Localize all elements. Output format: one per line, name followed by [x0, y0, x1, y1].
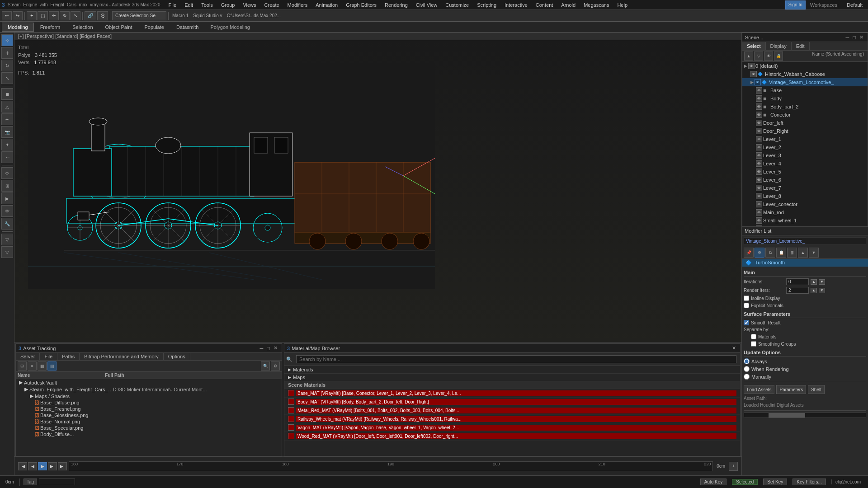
menu-group[interactable]: Group: [217, 1, 239, 9]
mat-row[interactable]: Railway_Wheels_mat (VRayMtl) [Railway_Wh…: [284, 415, 740, 423]
mat-row[interactable]: Wood_Red_MAT (VRayMtl) [Door_left, Door_…: [284, 432, 740, 441]
tl-start-btn[interactable]: |◀: [18, 462, 27, 470]
timeline-track[interactable]: 160 170 180 190 200 210 220: [69, 461, 713, 471]
mod-paste-btn[interactable]: 📋: [776, 248, 786, 258]
tag-input[interactable]: [39, 479, 75, 485]
menu-content[interactable]: Content: [532, 1, 557, 9]
tree-item[interactable]: 👁 🔷 Historic_Wabash_Caboose: [742, 70, 868, 78]
tree-item[interactable]: 👁 Lever_4: [742, 160, 868, 168]
tree-item[interactable]: 👁 ◼ Body_part_2: [742, 103, 868, 111]
tree-item[interactable]: 👁 Small_wheel_1: [742, 216, 868, 225]
asset-settings-btn[interactable]: ⚙: [271, 361, 280, 371]
smoothing-groups-checkbox[interactable]: [751, 341, 756, 347]
load-assets-btn[interactable]: Load Assets: [744, 385, 774, 394]
asset-row[interactable]: 🖼 Base_Fresnel.png: [16, 406, 282, 412]
asset-row[interactable]: 🖼 Body_Diffuse...: [16, 431, 282, 437]
unlink-btn[interactable]: ⛓: [97, 11, 108, 20]
asset-row[interactable]: 🖼 Base_Specular.png: [16, 425, 282, 431]
asset-row[interactable]: ▶ Steam_Engine_with_Freight_Cars_max_vra…: [16, 386, 282, 393]
asset-row[interactable]: ▶ Maps / Shaders: [16, 393, 282, 399]
asset-tab-options[interactable]: Options: [164, 353, 190, 360]
menu-arnold[interactable]: Arnold: [557, 1, 579, 9]
iterations-up[interactable]: ▲: [811, 279, 817, 285]
tree-item[interactable]: 👁 Lever_6: [742, 176, 868, 184]
tree-item[interactable]: 👁 Lever_1: [742, 135, 868, 143]
redo-btn[interactable]: ↪: [13, 11, 23, 20]
material-list[interactable]: Base_MAT (VRayMtl) [Base, Conector, Leve…: [284, 389, 740, 448]
mod-configure-btn[interactable]: ⚙: [755, 248, 764, 258]
asset-row[interactable]: 🖼 Base_Glossiness.png: [16, 412, 282, 418]
asset-min-btn[interactable]: ─: [259, 345, 265, 351]
tag-label[interactable]: Tag: [24, 479, 37, 485]
isoline-checkbox[interactable]: [744, 296, 749, 301]
shapes-icon-btn[interactable]: △: [1, 101, 13, 113]
scene-filter-icon[interactable]: ▽: [754, 52, 763, 61]
asset-row[interactable]: ▶ Autodesk Vault: [16, 379, 282, 386]
undo-btn[interactable]: ↩: [2, 11, 12, 20]
sign-in-button[interactable]: Sign In: [785, 0, 806, 9]
key-filters-btn[interactable]: Key Filters...: [793, 479, 826, 485]
material-close-btn[interactable]: ✕: [731, 345, 737, 351]
tree-item[interactable]: 👁 ◼ Body: [742, 94, 868, 103]
motion-icon-btn[interactable]: ▶: [1, 192, 13, 204]
materials-checkbox[interactable]: [751, 334, 756, 339]
mod-move-down-btn[interactable]: ▼: [809, 248, 819, 258]
cameras-icon-btn[interactable]: 📷: [1, 126, 13, 138]
mat-row[interactable]: Metal_Red_MAT (VRayMtl) [Bolts_001, Bolt…: [284, 406, 740, 415]
filter-icon-btn[interactable]: ▽: [1, 234, 13, 245]
tree-item[interactable]: 👁 ◼ Conector: [742, 111, 868, 119]
menu-interactive[interactable]: Interactive: [501, 1, 531, 9]
scene-close-btn[interactable]: ✕: [858, 34, 865, 40]
parameters-btn[interactable]: Parameters: [776, 385, 806, 394]
mod-move-up-btn[interactable]: ▲: [798, 248, 808, 258]
when-rendering-radio[interactable]: [744, 366, 750, 372]
menu-civil-view[interactable]: Civil View: [412, 1, 441, 9]
scene-tree[interactable]: ▶ 👁 0 (default) 👁 🔷 Historic_Wabash_Cabo…: [742, 62, 868, 227]
modify-icon-btn[interactable]: ⚙: [1, 167, 13, 179]
select-btn[interactable]: ✦: [27, 11, 37, 20]
asset-row[interactable]: 🖼 Base_Diffuse.png: [16, 399, 282, 406]
scene-eye-icon[interactable]: 👁: [764, 52, 773, 61]
tree-item[interactable]: 👁 Lever_8: [742, 192, 868, 200]
tree-item[interactable]: 👁 Lever_3: [742, 151, 868, 160]
add-key-btn[interactable]: +: [729, 462, 738, 471]
asset-tab-file[interactable]: File: [40, 353, 57, 360]
tree-item[interactable]: 👁 Lever_2: [742, 143, 868, 151]
mat-row[interactable]: Vagon_MAT (VRayMtl) [Vagon, Vagon_base, …: [284, 423, 740, 432]
geometry-icon-btn[interactable]: ◼: [1, 88, 13, 100]
tree-item[interactable]: 👁 Lever_7: [742, 184, 868, 192]
asset-tool4-btn[interactable]: ▤: [47, 361, 57, 371]
asset-search-btn[interactable]: 🔍: [261, 361, 270, 371]
mat-row[interactable]: Base_MAT (VRayMtl) [Base, Conector, Leve…: [284, 389, 740, 398]
tab-selection[interactable]: Selection: [66, 23, 99, 32]
tree-item[interactable]: 👁 Door_left: [742, 119, 868, 127]
move-icon-btn[interactable]: ✛: [1, 47, 13, 59]
tab-populate[interactable]: Populate: [138, 23, 170, 32]
tree-item[interactable]: 👁 Main_rod: [742, 208, 868, 216]
set-key-btn[interactable]: Set Key: [763, 479, 787, 485]
asset-tab-paths[interactable]: Paths: [57, 353, 80, 360]
tree-item[interactable]: ▶ 👁 0 (default): [742, 62, 868, 70]
menu-animation[interactable]: Animation: [312, 1, 341, 9]
display-icon-btn[interactable]: 👁: [1, 205, 13, 217]
lights-icon-btn[interactable]: ☀: [1, 113, 13, 125]
tl-end-btn[interactable]: ▶|: [58, 462, 67, 470]
tab-datasmith[interactable]: Datasmith: [170, 23, 205, 32]
always-radio[interactable]: [744, 358, 750, 364]
menu-help[interactable]: Help: [613, 1, 631, 9]
iterations-input[interactable]: [786, 278, 809, 285]
auto-key-btn[interactable]: Auto Key: [700, 479, 727, 485]
spacewarps-icon-btn[interactable]: 〰: [1, 151, 13, 163]
menu-customize[interactable]: Customize: [442, 1, 472, 9]
menu-edit[interactable]: Edit: [181, 1, 197, 9]
iterations-down[interactable]: ▼: [819, 279, 825, 285]
smooth-result-checkbox[interactable]: [744, 320, 749, 325]
scene-min-btn[interactable]: ─: [844, 34, 851, 40]
rotate-btn[interactable]: ↻: [60, 11, 70, 20]
scene-max-btn[interactable]: □: [851, 34, 857, 40]
menu-views[interactable]: Views: [239, 1, 259, 9]
render-iters-up[interactable]: ▲: [811, 288, 817, 293]
menu-graph-editors[interactable]: Graph Editors: [342, 1, 380, 9]
menu-file[interactable]: File: [165, 1, 180, 9]
tab-freeform[interactable]: Freeform: [34, 23, 66, 32]
